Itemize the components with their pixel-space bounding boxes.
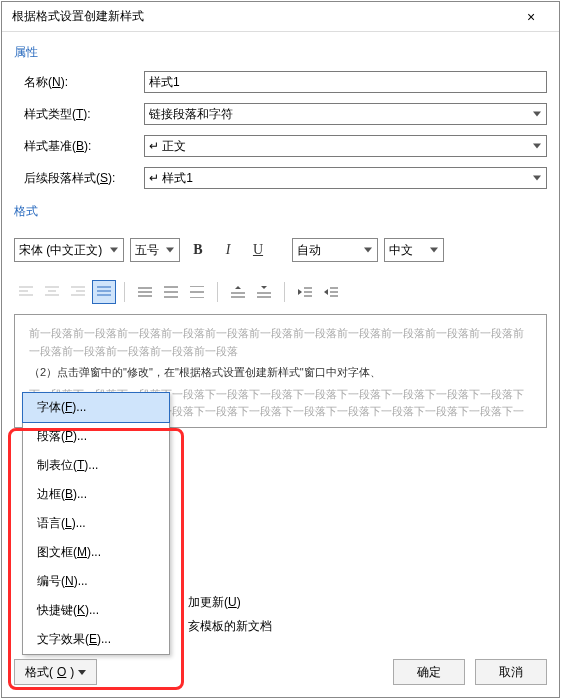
indent-inc-button[interactable] bbox=[319, 280, 343, 304]
font-size-select[interactable]: 五号 bbox=[130, 238, 180, 262]
underline-button[interactable]: U bbox=[246, 238, 270, 262]
italic-button[interactable]: I bbox=[216, 238, 240, 262]
align-justify-button[interactable] bbox=[92, 280, 116, 304]
paragraph-toolbar bbox=[14, 280, 547, 304]
close-button[interactable]: × bbox=[511, 10, 551, 24]
next-select[interactable]: ↵ 样式1 bbox=[144, 167, 547, 189]
linespace-2-button[interactable] bbox=[185, 280, 209, 304]
dialog-title: 根据格式设置创建新样式 bbox=[12, 8, 144, 25]
based-select[interactable]: ↵ 正文 bbox=[144, 135, 547, 157]
menu-item-language[interactable]: 语言(L)... bbox=[23, 509, 169, 538]
align-center-button[interactable] bbox=[40, 280, 64, 304]
menu-item-frame[interactable]: 图文框(M)... bbox=[23, 538, 169, 567]
font-toolbar: 宋体 (中文正文) 五号 B I U 自动 中文 bbox=[14, 238, 547, 262]
bold-button[interactable]: B bbox=[186, 238, 210, 262]
row-next: 后续段落样式(S): ↵ 样式1 bbox=[14, 167, 547, 189]
label-type: 样式类型(T): bbox=[14, 106, 144, 123]
cancel-button[interactable]: 取消 bbox=[475, 659, 547, 685]
svg-marker-31 bbox=[324, 289, 328, 295]
menu-item-font[interactable]: 字体(F)... bbox=[22, 392, 170, 423]
leaked-text: 加更新(U) 亥模板的新文档 bbox=[188, 590, 272, 638]
space-before-dec-button[interactable] bbox=[252, 280, 276, 304]
separator bbox=[284, 282, 285, 302]
preview-grey-top: 前一段落前一段落前一段落前一段落前一段落前一段落前一段落前一段落前一段落前一段落… bbox=[29, 325, 532, 360]
section-properties: 属性 bbox=[14, 44, 547, 61]
menu-item-numbering[interactable]: 编号(N)... bbox=[23, 567, 169, 596]
menu-item-border[interactable]: 边框(B)... bbox=[23, 480, 169, 509]
titlebar: 根据格式设置创建新样式 × bbox=[2, 2, 559, 32]
menu-item-shortcut[interactable]: 快捷键(K)... bbox=[23, 596, 169, 625]
format-menu: 字体(F)... 段落(P)... 制表位(T)... 边框(B)... 语言(… bbox=[22, 392, 170, 655]
separator bbox=[217, 282, 218, 302]
section-format: 格式 bbox=[14, 203, 547, 220]
label-next: 后续段落样式(S): bbox=[14, 170, 144, 187]
svg-marker-27 bbox=[298, 289, 302, 295]
row-name: 名称(N): bbox=[14, 71, 547, 93]
linespace-15-button[interactable] bbox=[159, 280, 183, 304]
label-based: 样式基准(B): bbox=[14, 138, 144, 155]
linespace-1-button[interactable] bbox=[133, 280, 157, 304]
type-select[interactable]: 链接段落和字符 bbox=[144, 103, 547, 125]
menu-item-texteffect[interactable]: 文字效果(E)... bbox=[23, 625, 169, 654]
preview-sample: （2）点击弹窗中的"修改"，在"根据格式设置创建新样式"窗口中对字体、 bbox=[29, 364, 532, 382]
indent-dec-button[interactable] bbox=[293, 280, 317, 304]
name-input[interactable] bbox=[144, 71, 547, 93]
align-right-button[interactable] bbox=[66, 280, 90, 304]
align-left-button[interactable] bbox=[14, 280, 38, 304]
separator bbox=[124, 282, 125, 302]
label-name: 名称(N): bbox=[14, 74, 144, 91]
row-type: 样式类型(T): 链接段落和字符 bbox=[14, 103, 547, 125]
footer: 格式(O) 确定 取消 bbox=[2, 649, 559, 697]
ok-button[interactable]: 确定 bbox=[393, 659, 465, 685]
space-before-inc-button[interactable] bbox=[226, 280, 250, 304]
lang-select[interactable]: 中文 bbox=[384, 238, 444, 262]
menu-item-paragraph[interactable]: 段落(P)... bbox=[23, 422, 169, 451]
menu-item-tabs[interactable]: 制表位(T)... bbox=[23, 451, 169, 480]
row-based: 样式基准(B): ↵ 正文 bbox=[14, 135, 547, 157]
font-color-select[interactable]: 自动 bbox=[292, 238, 378, 262]
format-button[interactable]: 格式(O) bbox=[14, 659, 97, 685]
svg-marker-21 bbox=[235, 286, 241, 289]
font-family-select[interactable]: 宋体 (中文正文) bbox=[14, 238, 124, 262]
chevron-down-icon bbox=[78, 670, 86, 675]
svg-marker-24 bbox=[261, 286, 267, 289]
